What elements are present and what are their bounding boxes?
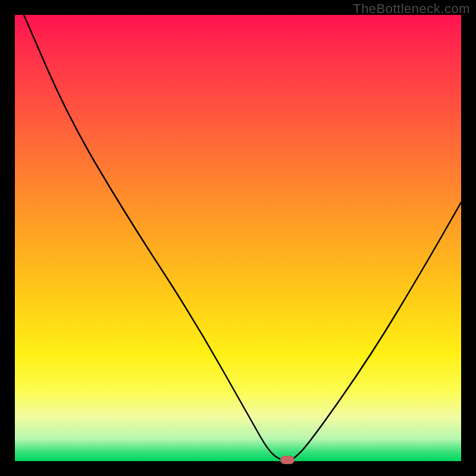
curve-svg (15, 15, 461, 461)
watermark-label: TheBottleneck.com (353, 1, 470, 17)
bottleneck-curve-path (24, 15, 461, 461)
optimal-marker (280, 456, 295, 464)
chart-frame: TheBottleneck.com (0, 0, 476, 476)
plot-area (15, 15, 461, 461)
